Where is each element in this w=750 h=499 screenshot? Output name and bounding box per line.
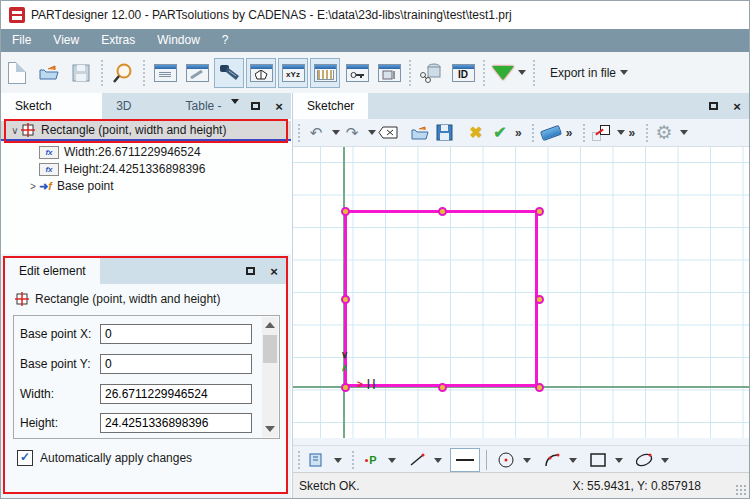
redo-button[interactable]: ↷ (340, 121, 364, 145)
line-tool-button[interactable] (404, 448, 430, 472)
measure-window-button[interactable] (182, 58, 212, 88)
scroll-up-icon[interactable] (265, 322, 275, 328)
tree-item-base-point[interactable]: > ➜f Base point (1, 177, 291, 195)
menu-help[interactable]: ? (211, 29, 240, 52)
variables-window-button[interactable]: xYz (278, 58, 308, 88)
tab-edit-element[interactable]: Edit element (5, 258, 100, 284)
sketch-canvas[interactable]: ∨ ∧ > | | (293, 147, 749, 438)
toolbar-grip[interactable] (531, 122, 536, 144)
apply-sketch-button[interactable]: ✔ (488, 121, 512, 145)
delete-button[interactable] (376, 121, 400, 145)
tab-3d-view[interactable]: 3D view (102, 93, 171, 119)
maximize-panel-button[interactable] (238, 258, 262, 284)
vertex-handle[interactable] (535, 207, 544, 216)
maximize-panel-button[interactable] (243, 93, 267, 119)
quick-export-button[interactable] (490, 58, 528, 88)
overflow-chevron[interactable]: » (512, 126, 525, 140)
edge-midpoint-handle[interactable] (535, 295, 544, 304)
close-panel-button[interactable]: × (725, 93, 749, 119)
menu-window[interactable]: Window (146, 29, 211, 52)
circle-tool-dropdown-icon[interactable] (523, 458, 531, 463)
part-link-button[interactable] (416, 58, 446, 88)
rectangle-tool-button[interactable] (585, 448, 611, 472)
menu-view[interactable]: View (42, 29, 90, 52)
point-tool-dropdown-icon[interactable] (388, 458, 396, 463)
toolbar-grip[interactable] (644, 122, 649, 144)
settings-button[interactable]: ⚙ (652, 121, 676, 145)
id-window-button[interactable]: ID (448, 58, 478, 88)
scrollbar-thumb[interactable] (263, 335, 277, 363)
dimension-window-button[interactable] (374, 58, 404, 88)
line-tool-dropdown-icon[interactable] (434, 458, 442, 463)
tree-item-height[interactable]: fx Height:24.4251336898396 (1, 160, 291, 178)
tab-dropdown-icon[interactable] (231, 99, 239, 104)
menu-file[interactable]: File (1, 29, 42, 52)
open-sketch-button[interactable] (408, 121, 432, 145)
view-tool-dropdown-icon[interactable] (334, 458, 342, 463)
history-window-button[interactable] (150, 58, 180, 88)
zoom-button[interactable] (108, 58, 138, 88)
sketch-window-button[interactable] (246, 58, 276, 88)
base-point-x-input[interactable] (100, 324, 252, 344)
auto-apply-checkbox[interactable]: ✓ (17, 450, 33, 466)
key-window-button[interactable] (342, 58, 372, 88)
undo-button[interactable]: ↶ (304, 121, 328, 145)
screw-button[interactable] (214, 58, 244, 88)
close-panel-button[interactable]: × (267, 93, 291, 119)
expander-icon[interactable]: > (27, 181, 39, 192)
toolbar-grip[interactable] (581, 122, 586, 144)
new-document-button[interactable] (2, 58, 32, 88)
dropdown-icon[interactable] (518, 70, 526, 75)
overflow-chevron[interactable]: » (625, 126, 638, 140)
tab-sketch-history[interactable]: Sketch history (1, 93, 102, 119)
base-point-y-input[interactable] (100, 354, 252, 374)
table-window-button[interactable] (310, 58, 340, 88)
sketch-rectangle[interactable] (344, 210, 538, 387)
origin-vertex-handle[interactable] (341, 383, 350, 392)
maximize-panel-button[interactable] (701, 93, 725, 119)
save-sketch-button[interactable] (432, 121, 456, 145)
rectangle-tool-dropdown-icon[interactable] (615, 458, 623, 463)
cancel-sketch-button[interactable]: ✖ (464, 121, 488, 145)
toolbar-grip[interactable] (296, 122, 301, 144)
edge-midpoint-handle[interactable] (341, 295, 350, 304)
move-node-dropdown-icon[interactable] (617, 130, 625, 135)
save-button[interactable] (66, 58, 96, 88)
vertex-handle[interactable] (341, 207, 350, 216)
redo-dropdown-icon[interactable] (368, 130, 376, 135)
erase-button[interactable] (539, 121, 563, 145)
edge-midpoint-handle[interactable] (438, 383, 447, 392)
tab-table[interactable]: Table - t (172, 93, 231, 119)
horizontal-line-tool-button[interactable] (450, 448, 480, 472)
menu-extras[interactable]: Extras (90, 29, 146, 52)
history-window-icon (154, 64, 177, 82)
width-input[interactable] (100, 384, 252, 404)
tree-item-width[interactable]: fx Width:26.6711229946524 (1, 143, 291, 161)
ellipse-tool-button[interactable] (631, 448, 657, 472)
open-file-button[interactable] (34, 58, 64, 88)
resize-grip[interactable] (735, 484, 747, 496)
toolbar-grip[interactable] (296, 449, 301, 471)
close-panel-button[interactable]: × (262, 258, 286, 284)
expander-icon[interactable]: ∨ (9, 125, 21, 136)
export-in-file-button[interactable]: Export in file (539, 58, 639, 88)
arc-tool-dropdown-icon[interactable] (569, 458, 577, 463)
ellipse-tool-dropdown-icon[interactable] (661, 458, 669, 463)
tree-item-rectangle[interactable]: ∨ Rectangle (point, width and height) (1, 121, 291, 141)
arc-tool-button[interactable] (539, 448, 565, 472)
settings-dropdown-icon[interactable] (680, 130, 688, 135)
overflow-chevron[interactable]: » (563, 126, 576, 140)
circle-tool-button[interactable] (493, 448, 519, 472)
undo-dropdown-icon[interactable] (332, 130, 340, 135)
view-tool-button[interactable] (304, 448, 330, 472)
point-tool-button[interactable]: P (358, 448, 384, 472)
edge-midpoint-handle[interactable] (438, 207, 447, 216)
move-node-button[interactable] (589, 121, 613, 145)
dropdown-icon[interactable] (620, 70, 628, 75)
vertex-handle[interactable] (535, 383, 544, 392)
scroll-down-icon[interactable] (265, 426, 275, 432)
height-input[interactable] (100, 413, 252, 433)
toolbar-grip[interactable] (350, 449, 355, 471)
edit-fields-scrollbar[interactable] (262, 317, 278, 437)
tab-sketcher[interactable]: Sketcher (293, 93, 368, 119)
